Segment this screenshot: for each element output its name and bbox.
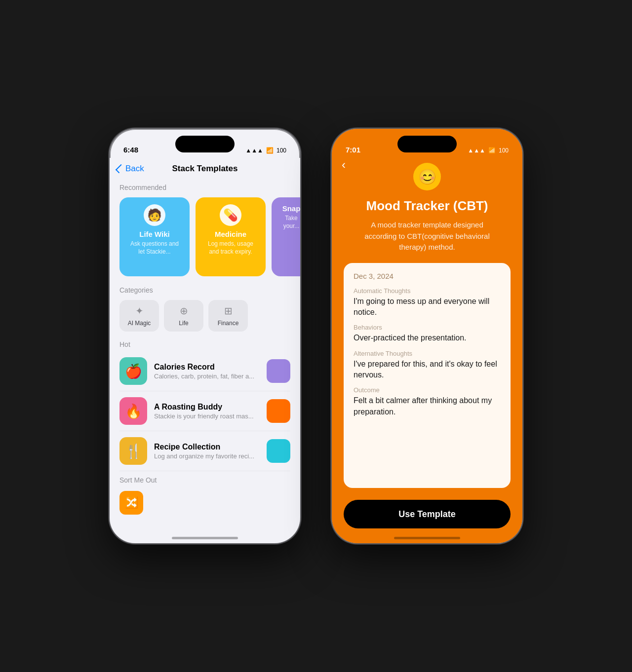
ai-magic-icon: ✦ xyxy=(135,305,144,317)
dynamic-island-2 xyxy=(397,136,457,152)
category-ai-magic[interactable]: ✦ AI Magic xyxy=(119,300,159,332)
wifi-icon-2: 📶 xyxy=(488,147,496,154)
finance-icon: ⊞ xyxy=(224,305,233,317)
status-time-2: 7:01 xyxy=(346,146,360,154)
category-life[interactable]: ⊕ Life xyxy=(164,300,203,332)
snap-desc: Take your... xyxy=(278,215,300,230)
medicine-desc: Log meds, usage and track expiry. xyxy=(202,240,259,256)
signal-icon-2: ▲▲▲ xyxy=(468,147,485,154)
phone2-content: 7:01 ▲▲▲ 📶 100 ‹ 😊 Mood Tracker (CBT) A … xyxy=(332,129,522,543)
dynamic-island-1 xyxy=(175,136,235,152)
status-icons-1: ▲▲▲ 📶 100 xyxy=(245,147,286,154)
phone-1: 6:48 ▲▲▲ 📶 100 Back Stack Templates Reco… xyxy=(109,128,301,544)
sort-me-out-label: Sort Me Out xyxy=(110,471,300,486)
behaviors-label: Behaviors xyxy=(354,324,501,331)
use-template-label: Use Template xyxy=(398,509,456,520)
rec-card-medicine[interactable]: 💊 Medicine Log meds, usage and track exp… xyxy=(196,197,266,276)
alternative-thoughts-value: I've prepared for this, and it's okay to… xyxy=(354,359,501,381)
snap-title: Snap xyxy=(282,204,300,213)
rec-card-snap[interactable]: Snap Take your... xyxy=(272,197,300,276)
mood-field-automatic-thoughts: Automatic Thoughts I'm going to mess up … xyxy=(354,287,501,318)
roasting-text: A Roasting Buddy Stackie is your friendl… xyxy=(154,403,254,420)
wifi-icon-1: 📶 xyxy=(266,147,274,154)
hot-item-roasting[interactable]: 🔥 A Roasting Buddy Stackie is your frien… xyxy=(119,391,290,431)
back-label-1: Back xyxy=(125,164,144,174)
recipe-text: Recipe Collection Log and organize my fa… xyxy=(154,443,254,460)
chevron-left-icon xyxy=(116,164,124,173)
nav-header: Back Stack Templates xyxy=(110,158,300,180)
life-wiki-desc: Ask questions and let Stackie... xyxy=(126,240,183,256)
roasting-title: A Roasting Buddy xyxy=(154,403,254,411)
life-icon: ⊕ xyxy=(180,305,188,317)
calories-icon: 🍎 xyxy=(119,357,147,385)
sort-item[interactable]: 🔀 xyxy=(110,486,300,520)
home-indicator-1 xyxy=(172,537,238,539)
medicine-emoji: 💊 xyxy=(220,204,241,226)
hot-item-recipe[interactable]: 🍴 Recipe Collection Log and organize my … xyxy=(119,431,290,471)
calories-text: Calories Record Calories, carb, protein,… xyxy=(154,363,254,380)
mood-field-outcome: Outcome Felt a bit calmer after thinking… xyxy=(354,386,501,417)
recommended-scroll: 🧑 Life Wiki Ask questions and let Stacki… xyxy=(110,194,300,282)
roasting-badge xyxy=(267,399,290,423)
calories-badge xyxy=(267,359,290,383)
automatic-thoughts-value: I'm going to mess up and everyone will n… xyxy=(354,296,501,318)
battery-icon-2: 100 xyxy=(499,147,509,154)
roasting-icon: 🔥 xyxy=(119,397,147,425)
battery-icon-1: 100 xyxy=(276,147,286,154)
mood-card: Dec 3, 2024 Automatic Thoughts I'm going… xyxy=(344,263,511,488)
mood-field-alternative-thoughts: Alternative Thoughts I've prepared for t… xyxy=(354,350,501,381)
page-title-1: Stack Templates xyxy=(172,164,238,174)
status-icons-2: ▲▲▲ 📶 100 xyxy=(468,147,509,154)
use-template-button[interactable]: Use Template xyxy=(344,500,511,528)
mood-date: Dec 3, 2024 xyxy=(354,272,501,280)
mood-emoji: 😊 xyxy=(413,163,441,190)
recipe-badge xyxy=(267,439,290,463)
categories-scroll: ✦ AI Magic ⊕ Life ⊞ Finance xyxy=(110,297,300,336)
sort-icon: 🔀 xyxy=(119,491,143,515)
mood-title: Mood Tracker (CBT) xyxy=(366,198,488,214)
behaviors-value: Over-practiced the presentation. xyxy=(354,333,501,343)
outcome-label: Outcome xyxy=(354,386,501,394)
signal-icon-1: ▲▲▲ xyxy=(245,147,263,154)
hot-item-calories[interactable]: 🍎 Calories Record Calories, carb, protei… xyxy=(119,351,290,391)
recipe-title: Recipe Collection xyxy=(154,443,254,451)
status-time-1: 6:48 xyxy=(123,146,138,154)
calories-title: Calories Record xyxy=(154,363,254,372)
phone1-content: Back Stack Templates Recommended 🧑 Life … xyxy=(110,158,300,543)
mood-field-behaviors: Behaviors Over-practiced the presentatio… xyxy=(354,324,501,343)
life-wiki-title: Life Wiki xyxy=(139,230,170,238)
hot-label: Hot xyxy=(110,336,300,351)
life-label: Life xyxy=(179,320,188,327)
recommended-label: Recommended xyxy=(110,180,300,194)
life-wiki-emoji: 🧑 xyxy=(144,204,165,226)
back-button-1[interactable]: Back xyxy=(118,164,144,174)
back-button-2[interactable]: ‹ xyxy=(342,158,346,172)
home-indicator-2 xyxy=(394,537,460,539)
phone2-body: ‹ 😊 Mood Tracker (CBT) A mood tracker te… xyxy=(332,158,522,543)
recipe-icon: 🍴 xyxy=(119,437,147,465)
ai-magic-label: AI Magic xyxy=(128,320,151,327)
automatic-thoughts-label: Automatic Thoughts xyxy=(354,287,501,295)
recipe-desc: Log and organize my favorite reci... xyxy=(154,452,254,460)
hot-list: 🍎 Calories Record Calories, carb, protei… xyxy=(110,351,300,471)
finance-label: Finance xyxy=(218,320,239,327)
calories-desc: Calories, carb, protein, fat, fiber a... xyxy=(154,373,254,380)
medicine-title: Medicine xyxy=(215,230,246,238)
alternative-thoughts-label: Alternative Thoughts xyxy=(354,350,501,357)
roasting-desc: Stackie is your friendly roast mas... xyxy=(154,412,254,420)
outcome-value: Felt a bit calmer after thinking about m… xyxy=(354,395,501,417)
categories-label: Categories xyxy=(110,282,300,297)
phone-2: 7:01 ▲▲▲ 📶 100 ‹ 😊 Mood Tracker (CBT) A … xyxy=(331,128,523,544)
mood-description: A mood tracker template designed accordi… xyxy=(358,220,496,253)
rec-card-life-wiki[interactable]: 🧑 Life Wiki Ask questions and let Stacki… xyxy=(119,197,190,276)
category-finance[interactable]: ⊞ Finance xyxy=(208,300,248,332)
